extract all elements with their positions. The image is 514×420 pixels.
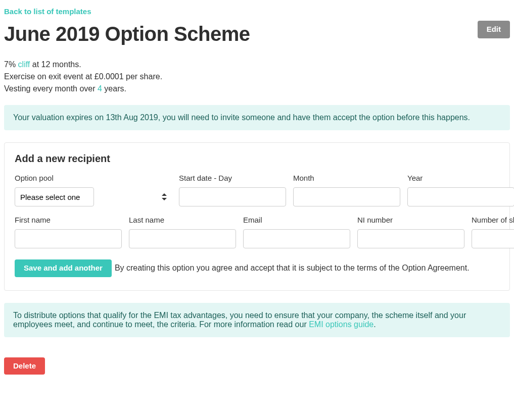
- cliff-rest: at 12 months.: [32, 60, 81, 69]
- summary-exercise-line: Exercise on exit event at £0.0001 per sh…: [4, 71, 510, 83]
- vesting-suffix: years.: [104, 84, 126, 93]
- start-month-field: Month: [293, 174, 400, 206]
- form-row-1: Option pool Please select one Start date…: [15, 174, 499, 206]
- page-title: June 2019 Option Scheme: [4, 23, 250, 45]
- start-year-field: Year: [407, 174, 514, 206]
- cliff-term-link[interactable]: cliff: [18, 60, 30, 69]
- emi-guide-link[interactable]: EMI options guide: [309, 320, 373, 329]
- emi-alert-prefix: To distribute options that qualify for t…: [13, 311, 466, 329]
- agreement-text: By creating this option you agree and ac…: [115, 264, 470, 273]
- start-day-field: Start date - Day: [179, 174, 286, 206]
- ni-number-input[interactable]: [357, 229, 464, 248]
- scheme-summary: 7% cliff at 12 months. Exercise on exit …: [4, 59, 510, 95]
- vesting-years-link[interactable]: 4: [98, 84, 102, 93]
- option-pool-select[interactable]: Please select one: [15, 187, 94, 206]
- first-name-input[interactable]: [15, 229, 122, 248]
- valuation-alert: Your valuation expires on 13th Aug 2019,…: [4, 105, 510, 130]
- last-name-label: Last name: [129, 216, 236, 224]
- last-name-field: Last name: [129, 216, 236, 248]
- delete-row: Delete: [4, 357, 510, 375]
- email-field: Email: [243, 216, 350, 248]
- form-row-2: First name Last name Email NI number Num…: [15, 216, 499, 248]
- cliff-percent: 7%: [4, 60, 16, 69]
- last-name-input[interactable]: [129, 229, 236, 248]
- page-header: June 2019 Option Scheme Edit: [4, 21, 510, 59]
- save-add-another-button[interactable]: Save and add another: [15, 259, 112, 277]
- back-link[interactable]: Back to list of templates: [4, 7, 91, 16]
- add-recipient-panel: Add a new recipient Option pool Please s…: [4, 142, 510, 291]
- ni-number-label: NI number: [357, 216, 464, 224]
- emi-alert: To distribute options that qualify for t…: [4, 303, 510, 337]
- start-day-input[interactable]: [179, 187, 286, 206]
- vesting-prefix: Vesting every month over: [4, 84, 96, 93]
- panel-title: Add a new recipient: [15, 153, 499, 165]
- email-input[interactable]: [243, 229, 350, 248]
- ni-number-field: NI number: [357, 216, 464, 248]
- summary-vesting-line: Vesting every month over 4 years.: [4, 83, 510, 95]
- submit-row: Save and add another By creating this op…: [15, 259, 499, 277]
- start-month-label: Month: [293, 174, 400, 182]
- option-pool-field: Option pool Please select one: [15, 174, 172, 206]
- edit-button[interactable]: Edit: [478, 21, 510, 38]
- option-pool-label: Option pool: [15, 174, 172, 182]
- shares-input[interactable]: [472, 229, 514, 248]
- summary-cliff-line: 7% cliff at 12 months.: [4, 59, 510, 71]
- emi-alert-suffix: .: [373, 320, 376, 329]
- start-month-input[interactable]: [293, 187, 400, 206]
- shares-field: Number of shares: [472, 216, 514, 248]
- valuation-alert-text: Your valuation expires on 13th Aug 2019,…: [13, 113, 470, 122]
- email-label: Email: [243, 216, 350, 224]
- delete-button[interactable]: Delete: [4, 357, 45, 375]
- start-year-input[interactable]: [407, 187, 514, 206]
- first-name-label: First name: [15, 216, 122, 224]
- start-day-label: Start date - Day: [179, 174, 286, 182]
- first-name-field: First name: [15, 216, 122, 248]
- start-year-label: Year: [407, 174, 514, 182]
- shares-label: Number of shares: [472, 216, 514, 224]
